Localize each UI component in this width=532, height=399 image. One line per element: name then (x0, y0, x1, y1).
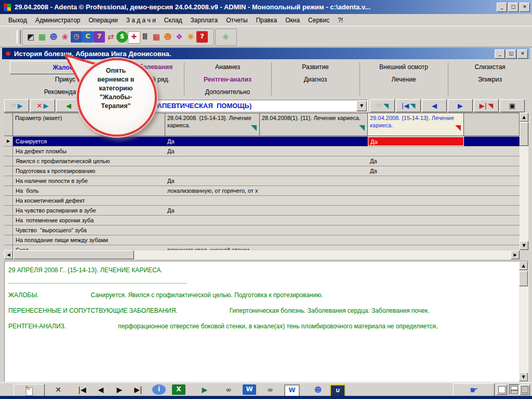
word-template-icon[interactable]: W (243, 384, 256, 395)
tooth-chart-icon[interactable]: ∪ (330, 384, 345, 397)
view-single-button[interactable] (497, 384, 507, 395)
tab-dopolnitelno[interactable]: Дополнительно (184, 86, 271, 98)
menu-item-11[interactable]: ?! (334, 15, 347, 25)
table-row[interactable]: ▶СанируетсяДаДа (4, 137, 520, 147)
tab-vneshniy-osmotr[interactable]: Внешний осмотр (360, 61, 448, 73)
staff-icon[interactable]: ☻ (162, 31, 174, 43)
holidays-icon[interactable]: ❀ (59, 31, 71, 43)
tab-lechenie[interactable]: Лечение (360, 73, 448, 86)
calendar-c-icon[interactable]: C (82, 31, 94, 43)
table-row[interactable]: На косметический дефект (4, 196, 520, 206)
hand-tool-button[interactable]: ☛ (453, 383, 495, 397)
grid-scroll-up-icon[interactable]: ▲ (520, 113, 528, 122)
table-row[interactable]: На потемнение коронки зуба (4, 216, 520, 225)
table-row[interactable]: На чувство распирания в зубеДа (4, 206, 520, 216)
menu-item-9[interactable]: Окна (281, 15, 304, 25)
schedule-grid-icon[interactable]: ▦ (36, 31, 48, 43)
palette-icon[interactable]: ❖ (174, 31, 185, 43)
first-visit-button[interactable]: |◀◥ (396, 99, 421, 112)
doc-minimize-button[interactable]: _ (495, 49, 505, 59)
help-book-icon[interactable]: ? (196, 31, 208, 43)
calendar-7-icon[interactable]: 7 (94, 31, 105, 43)
transfer-icon[interactable]: ⇄ (105, 31, 116, 43)
tab-diagnoz[interactable]: Диагноз (271, 73, 360, 86)
paste-icon[interactable]: ▶ (198, 384, 211, 395)
view-split-button[interactable] (509, 384, 520, 395)
menu-item-4[interactable]: З а д а ч и (122, 15, 160, 25)
firstaid-icon[interactable]: ✚ (128, 31, 140, 44)
clock-icon[interactable]: ◷ (71, 31, 82, 43)
tab-epikriz[interactable]: Эпикриз (448, 73, 532, 86)
grid-vscroll-thumb[interactable] (520, 122, 528, 146)
menu-bar: ВыходАдминистраторОперацииЗ а д а ч иСкл… (0, 14, 532, 26)
doc-close-button[interactable]: ✕ (517, 49, 528, 59)
tab-rentgen[interactable]: Рентген-анализ (184, 73, 271, 86)
table-row[interactable]: Явился с профилактической цельюДа (4, 156, 520, 166)
settings-gear-icon[interactable]: ✺ (185, 31, 196, 43)
paint-icon[interactable]: ◩ (25, 31, 36, 43)
menu-item-3[interactable]: Операции (84, 15, 122, 25)
barcode-icon[interactable]: Ⅲ (139, 31, 151, 43)
preview-scroll-down-icon[interactable]: ▼ (519, 373, 528, 381)
word-document-icon[interactable]: W (284, 384, 300, 397)
last-record-icon[interactable]: ▶| (131, 384, 145, 395)
grid-hscroll-thumb[interactable] (14, 250, 134, 259)
column-header-text: 28.04.2008(1). {11}. Лечение кариеса. (262, 115, 361, 121)
apply-category-button[interactable]: ☞▶ (4, 99, 29, 112)
menu-item-5[interactable]: Склад (160, 15, 187, 25)
table-row[interactable]: Чувство "выросшего" зуба (4, 225, 520, 235)
toolbar-grip[interactable] (17, 30, 21, 44)
table-row[interactable]: Сколрежущего края, щечной стенки (4, 245, 520, 250)
patients-icon[interactable]: ☻ (48, 31, 59, 43)
excel-export-icon[interactable]: X (172, 384, 185, 395)
save-button[interactable]: ▣ (500, 99, 525, 112)
patient-card-icon[interactable]: ☻ (311, 384, 325, 395)
view-gray-button[interactable] (520, 384, 530, 395)
prev-visit-button[interactable]: ◀ (422, 99, 447, 112)
delete-record-icon[interactable]: ✕ (51, 384, 65, 395)
preview-vscroll-thumb[interactable] (519, 271, 528, 286)
payments-icon[interactable]: $ (116, 31, 128, 43)
edit-record-button[interactable]: ✎ (14, 384, 45, 397)
combobox-dropdown-icon[interactable]: ▼ (356, 101, 367, 111)
column-header-5[interactable] (464, 113, 520, 136)
info-icon[interactable]: i (152, 384, 166, 395)
cancel-category-button[interactable]: ✕▶ (30, 99, 55, 112)
clover-icon[interactable]: ❀ (220, 31, 231, 43)
menu-item-8[interactable]: Правка (252, 15, 282, 25)
grid-scroll-left-icon[interactable]: ◀ (4, 250, 13, 259)
column-header-2[interactable]: 28.04.2008. {15-14-13}. Лечение кариеса. (165, 113, 260, 136)
tab-separator-4 (360, 62, 360, 96)
menu-item-2[interactable]: Администратор (31, 15, 85, 25)
table-row[interactable]: На больлокализованную, от горячего, от х (4, 186, 520, 196)
column-header-3[interactable]: 28.04.2008(1). {11}. Лечение кариеса. (260, 113, 368, 136)
menu-item-7[interactable]: Отчеты (222, 15, 251, 25)
menu-item-1[interactable]: Выход (4, 15, 31, 25)
grid-scroll-down-icon[interactable]: ▼ (520, 241, 528, 250)
minimize-button[interactable]: _ (497, 3, 507, 12)
last-visit-button[interactable]: ▶|◥ (474, 99, 499, 112)
table-row[interactable]: На дефект пломбыДа (4, 147, 520, 156)
table-row[interactable]: На попадание пищи между зубами (4, 235, 520, 245)
first-record-icon[interactable]: |◀ (75, 384, 89, 395)
menu-item-6[interactable]: Зарплата (187, 15, 222, 25)
column-header-4[interactable]: 29.04.2008. {15-14-13}. Лечение кариеса. (368, 113, 464, 136)
cashbox-icon[interactable]: ▦ (151, 31, 162, 43)
preview-scroll-up-icon[interactable]: ▲ (519, 261, 528, 270)
grid-scroll-right-icon[interactable]: ▶ (511, 250, 520, 259)
tab-slizistaya[interactable]: Слизистая (448, 61, 532, 73)
table-row[interactable]: На наличие полости в зубеДа (4, 176, 520, 186)
prev-record-icon[interactable]: ◀ (94, 384, 108, 395)
menu-item-10[interactable]: Сервис (304, 15, 334, 25)
search-template-icon[interactable]: ∞ (222, 384, 235, 395)
maximize-button[interactable]: □ (508, 3, 518, 12)
doc-restore-button[interactable]: ◱ (506, 49, 516, 59)
tab-razvitie[interactable]: Развитие (271, 61, 360, 73)
next-visit-button[interactable]: ▶ (448, 99, 473, 112)
tab-anamnez[interactable]: Анамнез (184, 61, 271, 73)
apply-visit-button[interactable]: ☞◥ (370, 99, 395, 112)
search-document-icon[interactable]: ∞ (263, 384, 277, 395)
next-record-icon[interactable]: ▶ (113, 384, 126, 395)
close-button[interactable]: ✕ (520, 3, 530, 12)
table-row[interactable]: Подготовка к протезированиюДа (4, 166, 520, 176)
